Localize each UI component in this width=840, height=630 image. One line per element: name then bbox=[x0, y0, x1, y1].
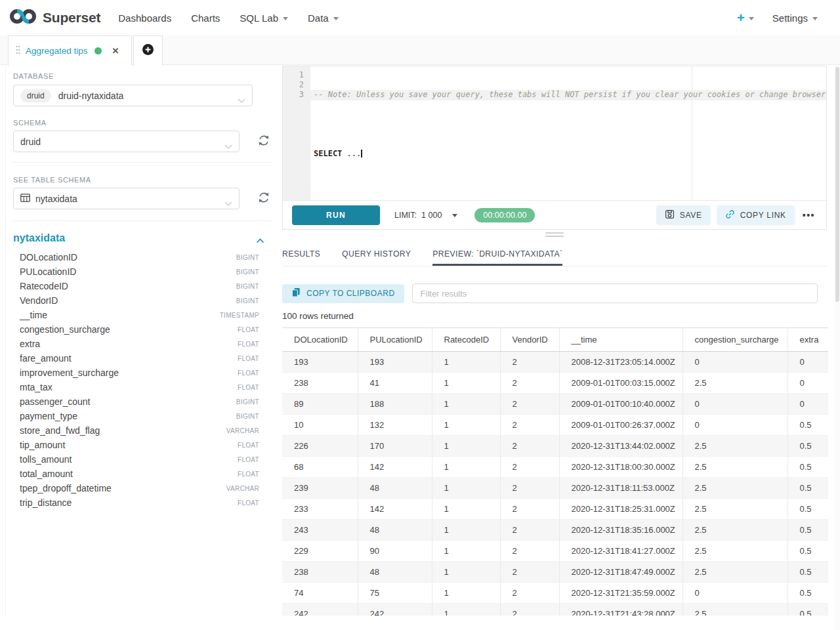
table-column-row[interactable]: DOLocationID BIGINT bbox=[13, 250, 259, 264]
table-cell: 1 bbox=[432, 499, 500, 520]
refresh-tables-button[interactable] bbox=[257, 191, 271, 205]
close-icon[interactable]: ✕ bbox=[112, 46, 119, 56]
column-type: FLOAT bbox=[238, 384, 259, 391]
table-cell: 238 bbox=[282, 562, 358, 583]
table-cell: 0.5 bbox=[788, 478, 828, 499]
table-cell: 1 bbox=[432, 520, 500, 541]
chevron-up-icon[interactable] bbox=[256, 236, 264, 245]
table-cell: 188 bbox=[358, 394, 432, 415]
table-cell: 142 bbox=[358, 499, 432, 520]
table-column-row[interactable]: __time TIMESTAMP bbox=[13, 308, 259, 322]
table-cell: 2020-12-31T18:00:30.000Z bbox=[559, 457, 682, 478]
save-query-button[interactable]: SAVE bbox=[656, 205, 711, 225]
table-row: 243 48 1 2 2020-12-31T18:35:16.000Z 2.5 … bbox=[282, 520, 828, 541]
table-row: 233 142 1 2 2020-12-31T18:25:31.000Z 2.5… bbox=[282, 499, 828, 520]
table-column-row[interactable]: store_and_fwd_flag VARCHAR bbox=[13, 423, 259, 438]
table-cell: 0.5 bbox=[788, 541, 828, 562]
table-column-row[interactable]: PULocationID BIGINT bbox=[13, 264, 259, 279]
table-cell: 1 bbox=[432, 415, 500, 436]
table-cell: 0.5 bbox=[788, 457, 828, 478]
settings-label: Settings bbox=[772, 12, 808, 24]
copy-link-button[interactable]: COPY LINK bbox=[717, 205, 795, 225]
column-type: VARCHAR bbox=[226, 485, 259, 492]
table-schema-select[interactable]: nytaxidata bbox=[13, 188, 240, 209]
scrollbar-thumb[interactable] bbox=[835, 67, 839, 302]
table-column-row[interactable]: extra FLOAT bbox=[13, 337, 259, 351]
table-column-row[interactable]: mta_tax FLOAT bbox=[13, 380, 259, 394]
table-column-row[interactable]: payment_type BIGINT bbox=[13, 409, 259, 423]
schema-select[interactable]: druid bbox=[13, 131, 240, 152]
table-column-row[interactable]: total_amount FLOAT bbox=[13, 467, 259, 481]
table-cell: 1 bbox=[432, 478, 500, 499]
table-cell: 2020-12-31T18:25:31.000Z bbox=[559, 499, 682, 520]
sidebar-divider bbox=[13, 220, 272, 221]
tab-query-history[interactable]: QUERY HISTORY bbox=[342, 242, 411, 266]
column-header-cell[interactable]: extra bbox=[788, 328, 828, 352]
table-row: 68 142 1 2 2020-12-31T18:00:30.000Z 2.5 … bbox=[282, 457, 828, 478]
column-type: BIGINT bbox=[236, 254, 259, 261]
column-header-cell[interactable]: __time bbox=[559, 328, 682, 352]
query-tab-aggregated-tips[interactable]: Aggregated tips ✕ bbox=[8, 35, 132, 66]
table-row: 238 41 1 2 2009-01-01T00:03:15.000Z 2.5 … bbox=[282, 373, 828, 394]
table-column-row[interactable]: tip_amount FLOAT bbox=[13, 438, 259, 452]
tab-results[interactable]: RESULTS bbox=[282, 242, 320, 266]
table-column-row[interactable]: RatecodeID BIGINT bbox=[13, 279, 259, 293]
table-column-row[interactable]: passenger_count BIGINT bbox=[13, 394, 259, 409]
table-cell: 239 bbox=[282, 478, 358, 499]
table-cell: 2009-01-01T00:10:40.000Z bbox=[559, 394, 682, 415]
column-type: FLOAT bbox=[238, 369, 259, 377]
table-cell: 0.5 bbox=[788, 436, 828, 457]
copy-to-clipboard-button[interactable]: COPY TO CLIPBOARD bbox=[282, 284, 404, 303]
column-header-cell[interactable]: PULocationID bbox=[358, 328, 432, 352]
drag-grip-icon[interactable] bbox=[16, 45, 20, 58]
more-actions-button[interactable]: ••• bbox=[801, 210, 817, 220]
column-header-cell[interactable]: VendorID bbox=[500, 328, 559, 352]
table-row: 193 193 1 2 2008-12-31T23:05:14.000Z 0 0 bbox=[282, 352, 828, 373]
tab-preview-druid-nytaxidata[interactable]: PREVIEW: `DRUID-NYTAXIDATA` bbox=[432, 242, 562, 266]
limit-dropdown[interactable]: LIMIT: 1 000 bbox=[394, 211, 457, 220]
table-column-row[interactable]: tolls_amount FLOAT bbox=[13, 452, 259, 467]
column-header-cell[interactable]: congestion_surcharge bbox=[682, 328, 788, 352]
pane-resize-handle[interactable] bbox=[282, 232, 827, 237]
nav-item-sql-lab[interactable]: SQL Lab bbox=[230, 0, 298, 35]
table-cell: 132 bbox=[358, 415, 432, 436]
refresh-schemas-button[interactable] bbox=[257, 134, 271, 148]
table-column-row[interactable]: VendorID BIGINT bbox=[13, 293, 259, 308]
table-cell: 1 bbox=[432, 562, 500, 583]
link-icon bbox=[725, 209, 735, 221]
database-select[interactable]: druid druid-nytaxidata bbox=[13, 85, 253, 106]
table-cell: 68 bbox=[282, 457, 358, 478]
empty-line bbox=[314, 119, 826, 129]
filter-results-input[interactable] bbox=[412, 284, 818, 303]
schema-select-value: druid bbox=[20, 136, 41, 147]
column-name: tolls_amount bbox=[20, 454, 72, 465]
table-cell: 2009-01-01T00:26:37.000Z bbox=[559, 415, 682, 436]
table-column-row[interactable]: trip_distance FLOAT bbox=[13, 495, 259, 510]
navbar-right: + Settings bbox=[737, 11, 818, 24]
table-column-row[interactable]: tpep_dropoff_datetime VARCHAR bbox=[13, 481, 259, 495]
table-row: 10 132 1 2 2009-01-01T00:26:37.000Z 0 0.… bbox=[282, 415, 828, 436]
column-header-cell[interactable]: DOLocationID bbox=[282, 328, 358, 352]
nav-item-charts[interactable]: Charts bbox=[181, 0, 230, 35]
query-tab-title: Aggregated tips bbox=[26, 46, 88, 56]
table-schema-title[interactable]: nytaxidata bbox=[13, 232, 65, 244]
table-column-row[interactable]: congestion_surcharge FLOAT bbox=[13, 322, 259, 337]
table-cell: 0.5 bbox=[788, 604, 828, 616]
column-type: FLOAT bbox=[238, 499, 259, 507]
sql-code-editor[interactable]: 1 2 3 -- Note: Unless you save your quer… bbox=[283, 66, 826, 200]
table-column-row[interactable]: improvement_surcharge FLOAT bbox=[13, 366, 259, 380]
run-query-button[interactable]: RUN bbox=[292, 205, 380, 225]
nav-item-dashboards[interactable]: Dashboards bbox=[108, 0, 181, 35]
superset-logo[interactable]: Superset bbox=[9, 7, 100, 28]
see-table-schema-label: SEE TABLE SCHEMA bbox=[13, 176, 91, 184]
vertical-scrollbar[interactable] bbox=[835, 66, 840, 630]
settings-menu[interactable]: Settings bbox=[772, 12, 818, 24]
nav-item-data[interactable]: Data bbox=[298, 0, 348, 35]
add-tab-button[interactable] bbox=[133, 35, 163, 66]
new-item-menu[interactable]: + bbox=[737, 11, 754, 24]
table-cell: 48 bbox=[358, 478, 432, 499]
table-cell: 242 bbox=[358, 604, 432, 616]
table-column-row[interactable]: fare_amount FLOAT bbox=[13, 351, 259, 366]
table-cell: 243 bbox=[282, 520, 358, 541]
column-header-cell[interactable]: RatecodeID bbox=[432, 328, 500, 352]
